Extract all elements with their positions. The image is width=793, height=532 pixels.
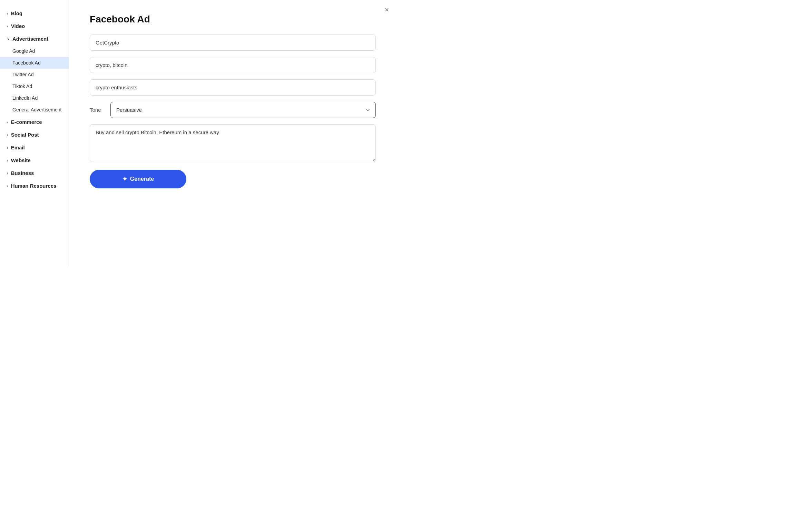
sidebar-subitem-google-ad[interactable]: Google Ad (0, 45, 69, 57)
sidebar-item-website-label: Website (11, 157, 31, 163)
chevron-right-icon: › (7, 146, 8, 150)
sidebar-subitem-facebook-ad-label: Facebook Ad (12, 60, 41, 66)
sidebar-subitem-tiktok-ad-label: Tiktok Ad (12, 83, 32, 89)
keywords-input[interactable] (90, 57, 376, 73)
chevron-right-icon: › (7, 184, 8, 188)
sidebar-item-video[interactable]: › Video (0, 20, 69, 32)
tone-label: Tone (90, 107, 104, 113)
brand-name-field (90, 35, 376, 51)
sparkle-icon: ✦ (122, 175, 127, 183)
sidebar-item-blog[interactable]: › Blog (0, 7, 69, 20)
audience-field (90, 79, 376, 96)
sidebar-item-website[interactable]: › Website (0, 154, 69, 167)
sidebar-subitem-general-advertisement-label: General Advertisement (12, 107, 61, 112)
chevron-right-icon: › (7, 24, 8, 28)
tone-row: Tone Persuasive Friendly Professional In… (90, 102, 376, 118)
sidebar-subitem-tiktok-ad[interactable]: Tiktok Ad (0, 80, 69, 92)
generate-button-label: Generate (130, 176, 154, 182)
sidebar-item-human-resources-label: Human Resources (11, 183, 57, 189)
sidebar-item-business-label: Business (11, 170, 34, 176)
sidebar-subitem-facebook-ad[interactable]: Facebook Ad (0, 57, 69, 69)
sidebar-item-advertisement-label: Advertisement (12, 36, 48, 42)
sidebar-item-blog-label: Blog (11, 10, 22, 16)
sidebar: › Blog › Video ∨ Advertisement Google Ad… (0, 0, 69, 266)
sidebar-subitem-general-advertisement[interactable]: General Advertisement (0, 104, 69, 116)
sidebar-item-email[interactable]: › Email (0, 141, 69, 154)
app-container: × › Blog › Video ∨ Advertisement Google … (0, 0, 396, 266)
sidebar-item-email-label: Email (11, 145, 25, 150)
generate-button[interactable]: ✦ Generate (90, 170, 186, 188)
sidebar-item-advertisement[interactable]: ∨ Advertisement (0, 32, 69, 45)
tone-select[interactable]: Persuasive Friendly Professional Informa… (110, 102, 376, 118)
sidebar-item-social-post-label: Social Post (11, 132, 39, 138)
description-field: Buy and sell crypto Bitcoin, Ethereum in… (90, 124, 376, 164)
sidebar-subitem-google-ad-label: Google Ad (12, 48, 35, 54)
keywords-field (90, 57, 376, 73)
main-content: Facebook Ad Tone Persuasive Friendly Pro… (69, 0, 396, 266)
sidebar-item-human-resources[interactable]: › Human Resources (0, 179, 69, 192)
page-title: Facebook Ad (90, 14, 376, 25)
sidebar-item-ecommerce-label: E-commerce (11, 119, 42, 125)
close-button[interactable]: × (382, 5, 392, 14)
brand-name-input[interactable] (90, 35, 376, 51)
description-textarea[interactable]: Buy and sell crypto Bitcoin, Ethereum in… (90, 124, 376, 162)
chevron-right-icon: › (7, 158, 8, 162)
audience-input[interactable] (90, 79, 376, 96)
sidebar-subitem-twitter-ad-label: Twitter Ad (12, 72, 33, 77)
chevron-right-icon: › (7, 120, 8, 124)
sidebar-item-video-label: Video (11, 23, 25, 29)
chevron-down-icon: ∨ (7, 37, 10, 41)
chevron-right-icon: › (7, 11, 8, 16)
sidebar-subitem-linkedin-ad[interactable]: LinkedIn Ad (0, 92, 69, 104)
sidebar-subitem-twitter-ad[interactable]: Twitter Ad (0, 69, 69, 80)
chevron-right-icon: › (7, 133, 8, 137)
sidebar-item-social-post[interactable]: › Social Post (0, 128, 69, 141)
sidebar-item-ecommerce[interactable]: › E-commerce (0, 116, 69, 128)
chevron-right-icon: › (7, 171, 8, 175)
sidebar-item-business[interactable]: › Business (0, 167, 69, 179)
sidebar-subitem-linkedin-ad-label: LinkedIn Ad (12, 95, 38, 101)
